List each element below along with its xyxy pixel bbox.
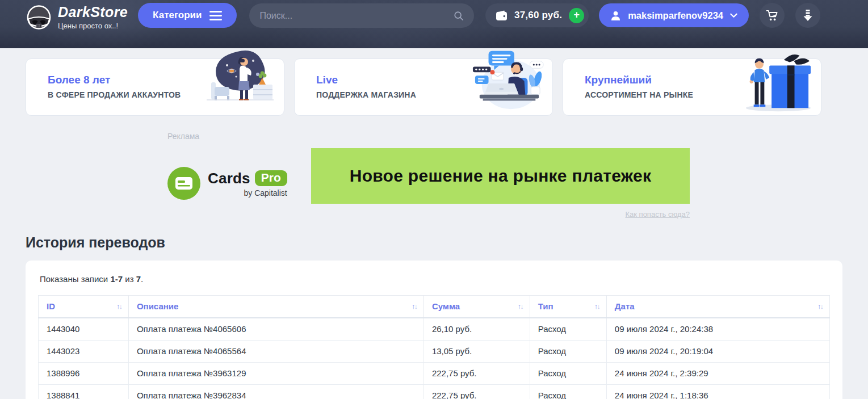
summary-prefix: Показаны записи xyxy=(40,274,110,284)
feature-cards: Более 8 лет В СФЕРЕ ПРОДАЖИ АККАУНТОВ xyxy=(26,58,842,116)
cardspro-logo[interactable]: Cards Pro by Capitalist xyxy=(167,167,300,200)
sort-icon[interactable]: ↑↓ xyxy=(817,302,823,310)
feature-card-support: Live ПОДДЕРЖКА МАГАЗИНА xyxy=(294,58,553,116)
column-header-amount[interactable]: Сумма↑↓ xyxy=(423,296,530,318)
download-button[interactable] xyxy=(795,3,820,28)
sort-icon[interactable]: ↑↓ xyxy=(594,302,599,310)
search-bar[interactable] xyxy=(249,3,474,28)
sort-icon[interactable]: ↑↓ xyxy=(116,302,121,310)
chevron-down-icon xyxy=(730,13,737,18)
ad-banner-text: Новое решение на рынке платежек xyxy=(350,166,652,186)
feature-subtitle: ПОДДЕРЖКА МАГАЗИНА xyxy=(316,90,552,99)
cardspro-badge: Pro xyxy=(255,170,287,186)
top-navbar: DarkStore Цены просто ох..! Категории 37… xyxy=(0,0,868,48)
table-row: 1388996Оплата платежа №3963129222,75 руб… xyxy=(39,363,830,385)
cell-amount: 222,75 руб. xyxy=(423,385,530,399)
column-header-type[interactable]: Тип↑↓ xyxy=(530,296,606,318)
table-row: 1443023Оплата платежа №406556413,05 руб.… xyxy=(39,341,830,363)
table-header-row: ID↑↓ Описание↑↓ Сумма↑↓ Тип↑↓ Дата↑↓ xyxy=(39,296,830,318)
site-tagline: Цены просто ох..! xyxy=(58,22,128,30)
feature-title: Live xyxy=(316,74,552,86)
table-row: 1388841Оплата платежа №3962834222,75 руб… xyxy=(39,385,830,399)
cardspro-brand: Cards xyxy=(208,170,250,187)
categories-label: Категории xyxy=(153,10,202,21)
cell-date: 09 июля 2024 г., 20:24:38 xyxy=(606,318,829,341)
feature-title: Крупнейший xyxy=(585,74,821,86)
table-row: 1443040Оплата платежа №406560626,10 руб.… xyxy=(39,318,830,341)
cell-type: Расход xyxy=(530,385,606,399)
cell-description: Оплата платежа №4065606 xyxy=(128,318,423,341)
download-icon xyxy=(803,9,813,22)
cell-amount: 13,05 руб. xyxy=(423,341,530,363)
cell-amount: 222,75 руб. xyxy=(423,363,530,385)
cell-type: Расход xyxy=(530,341,606,363)
cell-type: Расход xyxy=(530,363,606,385)
feature-card-experience: Более 8 лет В СФЕРЕ ПРОДАЖИ АККАУНТОВ xyxy=(26,58,284,116)
summary-range: 1-7 xyxy=(110,274,123,284)
cell-description: Оплата платежа №4065564 xyxy=(128,341,423,363)
cell-id: 1443023 xyxy=(39,341,129,363)
cell-id: 1443040 xyxy=(39,318,129,341)
balance-widget: 37,60 руб. + xyxy=(485,3,589,27)
cell-id: 1388996 xyxy=(39,363,129,385)
site-title: DarkStore xyxy=(58,5,128,19)
transfers-table-body: 1443040Оплата платежа №406560626,10 руб.… xyxy=(39,318,830,399)
cart-icon xyxy=(766,10,778,22)
feature-subtitle: В СФЕРЕ ПРОДАЖИ АККАУНТОВ xyxy=(48,90,284,99)
wallet-icon xyxy=(496,10,508,21)
summary-infix: из xyxy=(123,274,136,284)
cell-description: Оплата платежа №3963129 xyxy=(128,363,423,385)
user-icon xyxy=(610,10,621,21)
cardspro-circle xyxy=(167,167,200,200)
how-to-get-here-link[interactable]: Как попасть сюда? xyxy=(311,210,690,219)
cell-amount: 26,10 руб. xyxy=(423,318,530,341)
vader-icon xyxy=(26,4,52,31)
cell-date: 09 июля 2024 г., 20:19:04 xyxy=(606,341,829,363)
search-icon[interactable] xyxy=(454,11,464,21)
column-header-id[interactable]: ID↑↓ xyxy=(39,296,129,318)
column-header-date[interactable]: Дата↑↓ xyxy=(606,296,829,318)
records-summary: Показаны записи 1-7 из 7. xyxy=(38,274,830,284)
cell-type: Расход xyxy=(530,318,606,341)
cell-id: 1388841 xyxy=(39,385,129,399)
user-menu-button[interactable]: maksimparfenov9234 xyxy=(599,3,749,27)
balance-amount: 37,60 руб. xyxy=(514,10,562,21)
cell-description: Оплата платежа №3962834 xyxy=(128,385,423,399)
cell-date: 24 июня 2024 г., 1:18:36 xyxy=(606,385,829,399)
ad-banner[interactable]: Новое решение на рынке платежек xyxy=(311,148,690,204)
topup-button[interactable]: + xyxy=(569,8,584,23)
summary-suffix: . xyxy=(141,274,143,284)
credit-card-icon xyxy=(175,177,193,190)
sort-icon[interactable]: ↑↓ xyxy=(412,302,417,310)
username: maksimparfenov9234 xyxy=(628,10,723,21)
search-input[interactable] xyxy=(259,11,454,21)
summary-total: 7 xyxy=(136,274,141,284)
ad-label: Реклама xyxy=(167,132,679,141)
cell-date: 24 июня 2024 г., 2:39:29 xyxy=(606,363,829,385)
column-header-description[interactable]: Описание↑↓ xyxy=(128,296,423,318)
transfers-panel: Показаны записи 1-7 из 7. ID↑↓ Описание↑… xyxy=(26,261,842,399)
hamburger-icon xyxy=(209,11,222,20)
cardspro-byline: by Capitalist xyxy=(244,188,287,198)
feature-title: Более 8 лет xyxy=(48,74,284,86)
page-title: История переводов xyxy=(26,234,868,251)
categories-button[interactable]: Категории xyxy=(138,3,237,28)
feature-subtitle: АССОРТИМЕНТ НА РЫНКЕ xyxy=(585,90,821,99)
feature-card-assortment: Крупнейший АССОРТИМЕНТ НА РЫНКЕ xyxy=(563,58,821,116)
cart-button[interactable] xyxy=(760,3,785,28)
sort-icon[interactable]: ↑↓ xyxy=(518,302,523,310)
darkstore-logo[interactable]: DarkStore Цены просто ох..! xyxy=(26,4,128,31)
transfers-table: ID↑↓ Описание↑↓ Сумма↑↓ Тип↑↓ Дата↑↓ 144… xyxy=(38,295,830,399)
ad-section: Реклама Cards Pro by Capitalist Новое ре… xyxy=(167,132,679,219)
